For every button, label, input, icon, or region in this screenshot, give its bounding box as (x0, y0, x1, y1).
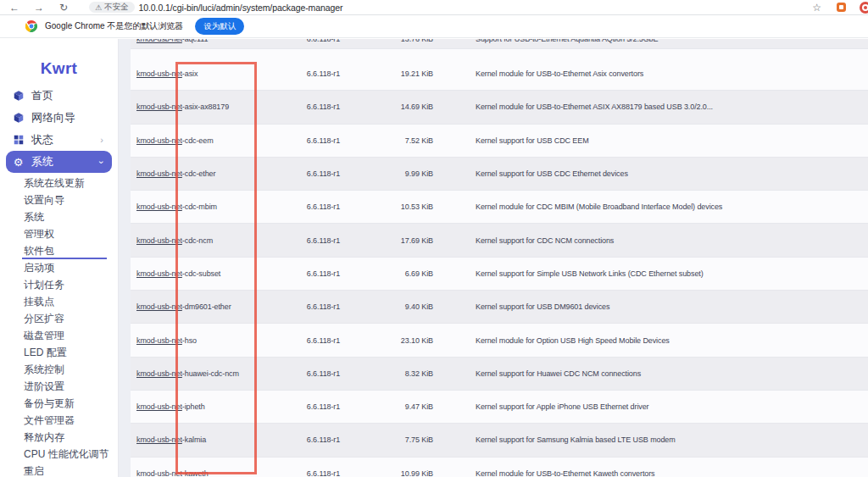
default-browser-infobar: Google Chrome 不是您的默认浏览器 设为默认 (0, 15, 868, 38)
package-size: 14.69 KiB (372, 103, 433, 111)
package-version: 6.6.118-r1 (275, 202, 372, 211)
sidebar-submenu-item[interactable]: 启动项 (0, 259, 118, 276)
sidebar-submenu-item[interactable]: 计划任务 (0, 276, 118, 293)
package-version: 6.6.118-r1 (275, 169, 372, 178)
package-size: 9.47 KiB (372, 402, 433, 411)
package-link[interactable]: kmod-usb-net (136, 402, 182, 411)
reload-icon[interactable]: ↻ (58, 1, 70, 14)
cube-icon (12, 90, 25, 103)
package-link[interactable]: kmod-usb-net (136, 202, 182, 211)
bookmark-star-icon[interactable]: ☆ (812, 2, 821, 14)
package-name-suffix: -kaweth (182, 469, 209, 477)
package-link[interactable]: kmod-usb-net (136, 103, 182, 111)
package-name-suffix: -cdc-mbim (182, 202, 217, 211)
table-row: kmod-usb-net-hso 6.6.118-r1 23.10 KiB Ke… (131, 324, 868, 357)
package-version: 6.6.118-r1 (275, 269, 372, 278)
sidebar-submenu-item[interactable]: 管理权 (0, 225, 118, 242)
package-size: 6.69 KiB (372, 269, 433, 278)
address-bar[interactable]: 10.0.0.1/cgi-bin/luci/admin/system/packa… (139, 3, 343, 13)
security-label: 不安全 (104, 2, 129, 13)
package-description: Kernel module for USB-to-Ethernet Kaweth… (433, 469, 868, 477)
menu-item-label: 网络向导 (31, 110, 75, 125)
sidebar-submenu-item[interactable]: 磁盘管理 (0, 327, 118, 344)
package-link[interactable]: kmod-usb-net (136, 269, 182, 278)
package-size: 13.76 KiB (372, 39, 433, 43)
table-row: kmod-usb-net-kalmia 6.6.118-r1 7.75 KiB … (131, 424, 868, 457)
package-name-suffix: -kalmia (182, 435, 206, 444)
package-name-cell: kmod-usb-net-cdc-ncm (131, 236, 275, 245)
menu-item-label: 首页 (31, 88, 53, 103)
sidebar-submenu-item[interactable]: 挂载点 (0, 293, 118, 310)
package-size: 7.75 KiB (372, 435, 433, 444)
package-name-cell: kmod-usb-net-cdc-eem (131, 136, 275, 145)
package-version: 6.6.118-r1 (275, 302, 372, 311)
back-icon[interactable]: ← (8, 1, 20, 14)
sidebar-menu-item[interactable]: 网络向导 (6, 107, 112, 129)
package-version: 6.6.118-r1 (275, 336, 372, 345)
package-link[interactable]: kmod-usb-net (136, 39, 182, 43)
sidebar-menu-item[interactable]: 首页 (6, 85, 112, 107)
grid-icon (12, 134, 25, 147)
extension-icon[interactable] (837, 3, 846, 12)
package-link[interactable]: kmod-usb-net (136, 136, 182, 145)
package-link[interactable]: kmod-usb-net (136, 69, 182, 78)
sidebar-menu-item[interactable]: 状态 › (6, 129, 112, 151)
set-default-button[interactable]: 设为默认 (195, 18, 244, 35)
main-content: kmod-usb-net-aqc111 6.6.118-r1 13.76 KiB… (119, 39, 868, 477)
sidebar: Kwrt 首页 网络向导 状态 › ⚙ 系统 › 系统在线更新 设置向导 系统 … (0, 39, 119, 477)
package-name-cell: kmod-usb-net-huawei-cdc-ncm (131, 369, 275, 378)
package-size: 9.40 KiB (372, 302, 433, 311)
package-size: 19.21 KiB (372, 69, 433, 78)
app-logo[interactable]: Kwrt (0, 59, 118, 78)
sidebar-submenu-item[interactable]: 重启 (0, 463, 118, 477)
sidebar-submenu-item[interactable]: 设置向导 (0, 191, 118, 208)
package-name-suffix: -cdc-subset (182, 269, 220, 278)
sidebar-submenu-item[interactable]: 文件管理器 (0, 412, 118, 429)
toolbar-right: ☆ (812, 2, 868, 14)
profile-avatar[interactable] (860, 2, 868, 14)
package-description: Support for USB-to-Ethernet Aquantia AQt… (433, 39, 868, 43)
warning-icon: ⚠ (95, 3, 102, 12)
package-size: 10.99 KiB (372, 469, 433, 477)
sidebar-submenu-item[interactable]: 备份与更新 (0, 395, 118, 412)
package-version: 6.6.118-r1 (275, 402, 372, 411)
cube-icon (12, 112, 25, 125)
table-row: kmod-usb-net-asix-ax88179 6.6.118-r1 14.… (131, 91, 868, 124)
package-description: Kernel support for Samsung Kalmia based … (433, 435, 868, 444)
sidebar-submenu-item[interactable]: 软件包 (0, 242, 118, 259)
package-link[interactable]: kmod-usb-net (136, 302, 182, 311)
package-description: Kernel support for Apple iPhone USB Ethe… (433, 402, 868, 411)
package-link[interactable]: kmod-usb-net (136, 236, 182, 245)
main-menu: 首页 网络向导 状态 › ⚙ 系统 › (0, 85, 118, 173)
sidebar-submenu-item[interactable]: 分区扩容 (0, 310, 118, 327)
menu-item-label: 状态 (31, 132, 53, 147)
table-row: kmod-usb-net-cdc-eem 6.6.118-r1 7.52 KiB… (131, 125, 868, 158)
package-name-cell: kmod-usb-net-kaweth (131, 469, 275, 477)
package-name-suffix: -asix (182, 69, 198, 78)
package-link[interactable]: kmod-usb-net (136, 169, 182, 178)
sidebar-submenu-item[interactable]: 进阶设置 (0, 378, 118, 395)
security-chip[interactable]: ⚠ 不安全 (89, 2, 135, 13)
package-name-cell: kmod-usb-net-kalmia (131, 435, 275, 444)
sidebar-submenu-item[interactable]: 系统在线更新 (0, 175, 118, 191)
package-description: Kernel support for USB CDC Ethernet devi… (433, 169, 868, 178)
package-size: 23.10 KiB (372, 336, 433, 345)
forward-icon[interactable]: → (33, 1, 45, 14)
sidebar-submenu-item[interactable]: 系统 (0, 208, 118, 225)
package-version: 6.6.118-r1 (275, 39, 372, 43)
package-description: Kernel support for CDC NCM connections (433, 236, 868, 245)
package-link[interactable]: kmod-usb-net (136, 336, 182, 345)
package-name-suffix: -cdc-ether (182, 169, 216, 178)
sidebar-submenu-item[interactable]: 释放内存 (0, 429, 118, 446)
sidebar-submenu-item[interactable]: 系统控制 (0, 361, 118, 378)
browser-toolbar: ← → ↻ ⚠ 不安全 10.0.0.1/cgi-bin/luci/admin/… (0, 0, 868, 15)
sidebar-menu-item[interactable]: ⚙ 系统 › (6, 151, 112, 173)
sidebar-submenu-item[interactable]: CPU 性能优化调节 (0, 446, 118, 463)
chevron-icon: › (97, 160, 107, 164)
package-link[interactable]: kmod-usb-net (136, 369, 182, 378)
package-name-suffix: -aqc111 (182, 39, 209, 43)
package-link[interactable]: kmod-usb-net (136, 469, 182, 477)
sidebar-submenu-item[interactable]: LED 配置 (0, 344, 118, 361)
package-link[interactable]: kmod-usb-net (136, 435, 182, 444)
table-row: kmod-usb-net-ipheth 6.6.118-r1 9.47 KiB … (131, 391, 868, 424)
